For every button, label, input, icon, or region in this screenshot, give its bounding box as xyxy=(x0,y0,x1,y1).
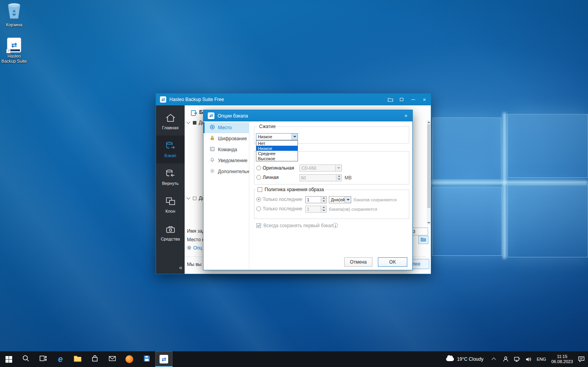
action-center-icon[interactable] xyxy=(577,354,586,364)
retention-days-radio[interactable] xyxy=(256,197,261,202)
scrollbar-down-arrow[interactable] xyxy=(427,221,431,225)
chevron-down-icon[interactable] xyxy=(291,134,298,140)
nav-item-advanced[interactable]: Дополнительно xyxy=(203,166,249,177)
close-button[interactable]: × xyxy=(419,94,430,105)
start-button[interactable] xyxy=(0,351,17,367)
task-view-button[interactable] xyxy=(34,351,52,367)
tray-expand-chevron-icon[interactable] xyxy=(490,354,499,364)
sidebar-item-clone[interactable]: Клон xyxy=(156,191,185,219)
retention-group-label: Политика хранения образа xyxy=(265,187,324,192)
nav-item-label: Шифрование xyxy=(218,136,247,141)
spinner-down-button[interactable] xyxy=(321,200,326,203)
app-sidebar: Главная Бэкап xyxy=(156,105,185,274)
sidebar-item-label: Клон xyxy=(165,209,175,213)
sidebar-item-home[interactable]: Главная xyxy=(156,108,185,136)
browse-folder-button[interactable] xyxy=(418,236,428,244)
minimize-button[interactable] xyxy=(407,94,419,105)
retention-days-prefix: Только последние xyxy=(263,197,302,202)
keep-first-checkbox[interactable] xyxy=(256,223,261,228)
people-icon[interactable] xyxy=(501,354,510,364)
tree-row-checkbox[interactable] xyxy=(193,121,196,125)
spinner-up-button[interactable] xyxy=(336,175,341,178)
dialog-content: Сжатие Низкое Нет Низкое Среднее Высокое… xyxy=(249,121,412,270)
spinner-down-button[interactable] xyxy=(321,209,326,213)
nav-item-notification[interactable]: Уведомление xyxy=(203,155,249,166)
retention-count-radio[interactable] xyxy=(256,206,261,211)
titlebar-folder-button[interactable] xyxy=(385,94,396,105)
compression-option-low[interactable]: Низкое xyxy=(256,146,298,151)
tools-icon xyxy=(165,225,176,234)
tree-row-checkbox[interactable] xyxy=(193,197,196,200)
chevron-down-icon[interactable] xyxy=(345,197,351,203)
hasleo-app-icon: ⇄ xyxy=(160,355,168,363)
store-bag-icon xyxy=(91,355,98,364)
retention-days-spinner[interactable]: 1 xyxy=(305,196,327,203)
spinner-up-button[interactable] xyxy=(321,206,326,209)
retention-count-spinner[interactable]: 1 xyxy=(305,206,327,213)
retention-days-unit-select[interactable]: Дня(ей) xyxy=(329,196,351,203)
options-link-partial[interactable]: Опц xyxy=(193,245,202,251)
taskbar-backup-tool[interactable] xyxy=(138,351,155,367)
original-size-select[interactable]: CD-650 xyxy=(299,165,342,172)
cancel-button[interactable]: Отмена xyxy=(344,257,372,267)
tray-clock[interactable]: 11:15 06.08.2023 xyxy=(550,354,574,364)
sidebar-collapse-button[interactable]: « xyxy=(179,264,182,271)
dialog-titlebar[interactable]: ⇄ Опции бэкапа × xyxy=(203,110,412,121)
command-icon xyxy=(210,146,215,153)
weather-cloud-icon[interactable] xyxy=(446,354,454,364)
weather-text[interactable]: 19°C Cloudy xyxy=(457,356,484,362)
compression-select[interactable]: Низкое xyxy=(256,133,298,140)
info-icon[interactable] xyxy=(333,223,338,228)
nav-item-place[interactable]: Место xyxy=(203,122,249,133)
sidebar-item-restore[interactable]: Вернуть xyxy=(156,163,185,191)
taskbar-file-explorer[interactable] xyxy=(69,351,86,367)
task-view-icon xyxy=(39,354,47,364)
window-titlebar[interactable]: ⇄ Hasleo Backup Suite Free × xyxy=(156,94,431,105)
network-icon[interactable] xyxy=(513,354,521,364)
scrollbar-up-arrow[interactable] xyxy=(427,120,431,124)
chevron-down-icon xyxy=(335,165,341,171)
custom-size-radio[interactable] xyxy=(256,175,261,180)
spinner-down-button[interactable] xyxy=(336,178,341,181)
search-icon xyxy=(22,354,30,364)
nav-item-label: Уведомление xyxy=(218,158,247,163)
vertical-scrollbar[interactable] xyxy=(427,120,431,225)
dialog-close-button[interactable]: × xyxy=(400,110,412,121)
titlebar-restore-button[interactable] xyxy=(396,94,407,105)
tree-expand-chevron[interactable] xyxy=(187,196,191,200)
compression-option-high[interactable]: Высокое xyxy=(256,156,298,161)
taskbar-mail[interactable] xyxy=(103,351,121,367)
nav-item-label: Команда xyxy=(218,147,237,152)
volume-icon[interactable] xyxy=(524,354,533,364)
tree-expand-chevron[interactable] xyxy=(187,120,191,124)
taskbar-firefox[interactable] xyxy=(121,351,138,367)
original-size-label: Оригинальная xyxy=(263,165,294,171)
compression-option-medium[interactable]: Среднее xyxy=(256,151,298,156)
scrollbar-thumb[interactable] xyxy=(427,124,430,208)
keep-first-label: Всегда сохранять первый бэкап xyxy=(263,223,333,228)
nav-item-command[interactable]: Команда xyxy=(203,144,249,155)
window-titlebar-app-icon: ⇄ xyxy=(160,96,166,103)
sidebar-item-tools[interactable]: Средства xyxy=(156,219,185,247)
taskbar-hasleo-active[interactable]: ⇄ xyxy=(155,351,172,367)
retention-count-value: 1 xyxy=(306,206,321,212)
mail-icon xyxy=(109,356,116,363)
taskbar-store[interactable] xyxy=(86,351,103,367)
original-size-radio[interactable] xyxy=(256,166,261,170)
custom-size-spinner[interactable]: 50 xyxy=(299,174,342,181)
taskbar-edge[interactable]: e xyxy=(52,351,69,367)
sidebar-item-backup[interactable]: Бэкап xyxy=(156,136,185,163)
search-button[interactable] xyxy=(17,351,34,367)
compression-option-none[interactable]: Нет xyxy=(256,141,298,146)
nav-item-encryption[interactable]: Шифрование xyxy=(203,133,249,144)
recycle-bin-shortcut[interactable]: Корзина xyxy=(0,2,28,27)
language-indicator[interactable]: ENG xyxy=(537,357,546,362)
shortcut-arrow-icon: ↗ xyxy=(6,49,11,53)
compression-dropdown-list: Нет Низкое Среднее Высокое xyxy=(256,140,298,161)
next-button-label-partial: лее xyxy=(412,261,420,267)
ok-button[interactable]: OK xyxy=(378,257,407,267)
retention-policy-checkbox[interactable] xyxy=(258,187,262,192)
spinner-up-button[interactable] xyxy=(321,197,326,200)
hasleo-desktop-shortcut[interactable]: ⇄ ↗ Hasleo Backup Suite xyxy=(0,38,28,64)
dialog-nav: Место Шифрование Команда Уведомление xyxy=(203,121,249,270)
